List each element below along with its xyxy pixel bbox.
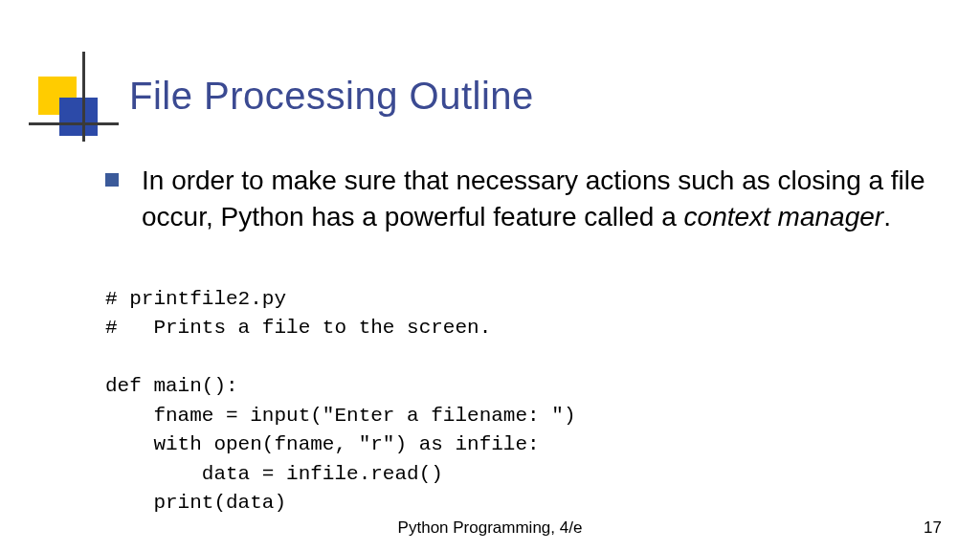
bullet-text: In order to make sure that necessary act… — [142, 163, 942, 235]
slide-title: File Processing Outline — [129, 75, 534, 118]
bullet-item: In order to make sure that necessary act… — [105, 163, 942, 235]
deco-vertical-line — [82, 52, 85, 142]
footer-center: Python Programming, 4/e — [0, 518, 980, 538]
slide: File Processing Outline In order to make… — [0, 0, 980, 551]
title-decoration — [38, 77, 98, 136]
footer-page-number: 17 — [924, 518, 942, 538]
bullet-marker-icon — [105, 173, 119, 187]
slide-body: In order to make sure that necessary act… — [105, 163, 942, 235]
code-block: # printfile2.py # Prints a file to the s… — [105, 285, 575, 518]
bullet-text-post: . — [883, 202, 891, 231]
bullet-text-em: context manager — [684, 202, 884, 231]
deco-horizontal-line — [29, 122, 119, 125]
deco-square-blue — [59, 98, 98, 136]
